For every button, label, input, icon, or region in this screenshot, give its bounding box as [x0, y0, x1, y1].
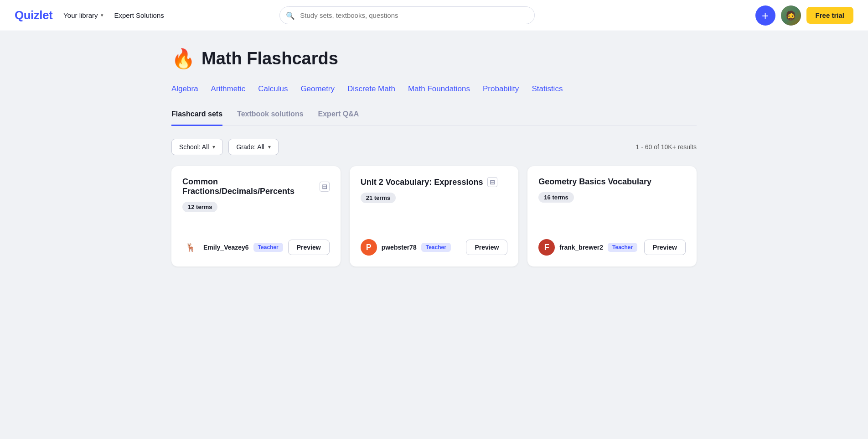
card-3: Geometry Basics Vocabulary 16 terms F fr…	[527, 166, 697, 267]
card-2-user-avatar: P	[361, 239, 377, 256]
subcategory-math-foundations[interactable]: Math Foundations	[408, 84, 470, 94]
nav-expert-solutions[interactable]: Expert Solutions	[114, 11, 164, 19]
expert-solutions-label: Expert Solutions	[114, 11, 164, 19]
title-emoji: 🔥	[171, 47, 195, 70]
card-2-title: Unit 2 Vocabulary: Expressions ⊟	[361, 177, 508, 187]
filters-row: School: All ▾ Grade: All ▾ 1 - 60 of 10K…	[171, 139, 697, 155]
chevron-down-icon: ▾	[101, 12, 103, 18]
card-1-title-text: Common Fractions/Decimals/Percents	[182, 177, 315, 196]
search-input[interactable]	[279, 6, 535, 24]
card-1-terms: 12 terms	[182, 202, 217, 212]
card-1-user-avatar: 🦌	[182, 239, 199, 256]
card-1-image-icon: ⊟	[320, 182, 330, 192]
subcategory-links: Algebra Arithmetic Calculus Geometry Dis…	[171, 84, 697, 94]
card-1-footer: 🦌 Emily_Veazey6 Teacher Preview	[182, 239, 330, 256]
card-2-footer: P pwebster78 Teacher Preview	[361, 239, 508, 256]
tab-expert-qa[interactable]: Expert Q&A	[318, 110, 359, 126]
card-3-title-text: Geometry Basics Vocabulary	[538, 177, 651, 187]
page-title: Math Flashcards	[202, 49, 338, 68]
school-chevron-icon: ▾	[212, 144, 215, 150]
card-3-username: frank_brewer2	[559, 244, 603, 251]
search-icon: 🔍	[286, 11, 295, 20]
quizlet-logo[interactable]: Quizlet	[15, 8, 52, 22]
card-3-user-avatar: F	[538, 239, 555, 256]
cards-grid: Common Fractions/Decimals/Percents ⊟ 12 …	[171, 166, 697, 267]
page-title-wrap: 🔥 Math Flashcards	[171, 47, 697, 70]
add-button[interactable]: +	[755, 5, 775, 26]
subcategory-arithmetic[interactable]: Arithmetic	[211, 84, 246, 94]
card-2: Unit 2 Vocabulary: Expressions ⊟ 21 term…	[350, 166, 519, 267]
card-2-terms: 21 terms	[361, 193, 396, 203]
header-right: + 🧔 Free trial	[755, 5, 853, 26]
card-1-teacher-badge: Teacher	[253, 243, 283, 252]
your-library-label: Your library	[63, 11, 98, 19]
free-trial-button[interactable]: Free trial	[806, 7, 853, 24]
card-2-preview-button[interactable]: Preview	[466, 240, 507, 255]
tab-textbook-solutions[interactable]: Textbook solutions	[237, 110, 303, 126]
card-2-teacher-badge: Teacher	[421, 243, 451, 252]
subcategory-geometry[interactable]: Geometry	[300, 84, 335, 94]
card-2-image-icon: ⊟	[487, 177, 497, 187]
user-avatar-image: 🧔	[781, 5, 801, 26]
subcategory-discrete-math[interactable]: Discrete Math	[347, 84, 395, 94]
grade-filter[interactable]: Grade: All ▾	[228, 139, 278, 155]
card-1-preview-button[interactable]: Preview	[288, 240, 330, 255]
school-filter[interactable]: School: All ▾	[171, 139, 223, 155]
card-3-footer: F frank_brewer2 Teacher Preview	[538, 239, 686, 256]
card-3-terms: 16 terms	[538, 192, 574, 203]
subcategory-algebra[interactable]: Algebra	[171, 84, 198, 94]
results-count: 1 - 60 of 10K+ results	[636, 143, 697, 151]
grade-filter-label: Grade: All	[236, 143, 264, 151]
subcategory-calculus[interactable]: Calculus	[258, 84, 288, 94]
card-1-username: Emily_Veazey6	[203, 244, 249, 251]
card-1-title: Common Fractions/Decimals/Percents ⊟	[182, 177, 330, 196]
avatar[interactable]: 🧔	[781, 5, 801, 26]
card-3-preview-button[interactable]: Preview	[644, 240, 686, 255]
subcategory-probability[interactable]: Probability	[483, 84, 519, 94]
grade-chevron-icon: ▾	[268, 144, 271, 150]
main-content: 🔥 Math Flashcards Algebra Arithmetic Cal…	[160, 31, 708, 277]
tabs: Flashcard sets Textbook solutions Expert…	[171, 110, 697, 126]
card-2-username: pwebster78	[382, 244, 417, 251]
card-1: Common Fractions/Decimals/Percents ⊟ 12 …	[171, 166, 341, 267]
search-bar: 🔍	[279, 6, 535, 24]
subcategory-statistics[interactable]: Statistics	[532, 84, 563, 94]
card-2-title-text: Unit 2 Vocabulary: Expressions	[361, 178, 483, 187]
school-filter-label: School: All	[179, 143, 209, 151]
nav-your-library[interactable]: Your library ▾	[63, 11, 103, 19]
tab-flashcard-sets[interactable]: Flashcard sets	[171, 110, 222, 126]
card-3-title: Geometry Basics Vocabulary	[538, 177, 686, 187]
card-3-teacher-badge: Teacher	[608, 243, 637, 252]
